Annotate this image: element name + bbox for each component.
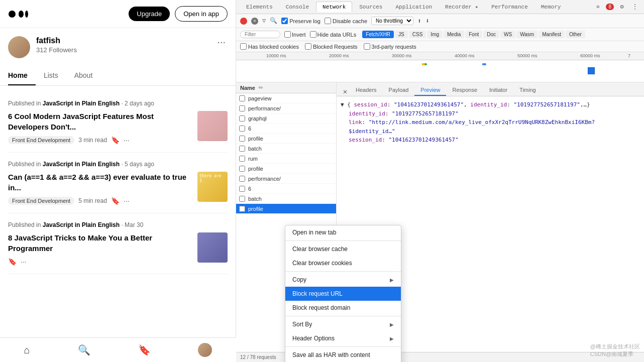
network-row-profile2[interactable]: profile bbox=[236, 164, 336, 174]
disable-cache-label[interactable]: Disable cache bbox=[325, 18, 367, 24]
bookmark-icon[interactable]: 🔖 bbox=[8, 258, 17, 266]
tab-about[interactable]: About bbox=[74, 66, 101, 85]
tab-elements[interactable]: Elements bbox=[240, 2, 279, 12]
open-app-button[interactable]: Open in app bbox=[175, 6, 228, 22]
bottom-nav-bookmark[interactable]: 🔖 bbox=[138, 344, 151, 356]
filter-fetch-xhr[interactable]: Fetch/XHR bbox=[362, 31, 394, 38]
tab-sources[interactable]: Sources bbox=[353, 2, 388, 12]
row-checkbox[interactable] bbox=[239, 166, 245, 172]
panel-close-button[interactable]: ✕ bbox=[341, 87, 350, 96]
panel-tab-payload[interactable]: Payload bbox=[383, 85, 415, 96]
article-publication[interactable]: JavaScript in Plain English bbox=[43, 100, 120, 107]
context-sort-by[interactable]: Sort By ▶ bbox=[285, 317, 401, 331]
row-checkbox[interactable] bbox=[239, 126, 245, 132]
filter-other[interactable]: Other bbox=[566, 31, 585, 38]
more-tabs-button[interactable]: » bbox=[593, 2, 603, 12]
row-checkbox[interactable] bbox=[239, 115, 245, 122]
filter-js[interactable]: JS bbox=[395, 31, 408, 38]
row-checkbox[interactable] bbox=[239, 156, 245, 162]
filter-css[interactable]: CSS bbox=[409, 31, 426, 38]
network-row-rum[interactable]: rum bbox=[236, 154, 336, 164]
network-row-pageview[interactable]: pageview bbox=[236, 93, 336, 103]
disable-cache-checkbox[interactable] bbox=[325, 18, 331, 24]
filter-media[interactable]: Media bbox=[444, 31, 464, 38]
panel-tab-initiator[interactable]: Initiator bbox=[483, 85, 513, 96]
row-checkbox[interactable] bbox=[239, 176, 245, 182]
hide-data-urls-check[interactable]: Hide data URLs bbox=[310, 31, 357, 38]
context-clear-cache[interactable]: Clear browser cache bbox=[285, 242, 401, 256]
tab-network[interactable]: Network bbox=[316, 2, 352, 12]
tab-lists[interactable]: Lists bbox=[44, 66, 66, 85]
network-row-performance[interactable]: performance/ bbox=[236, 103, 336, 113]
filter-img[interactable]: Img bbox=[427, 31, 443, 38]
bottom-nav-home[interactable]: ⌂ bbox=[24, 344, 30, 356]
row-checkbox[interactable] bbox=[239, 95, 245, 101]
filter-font[interactable]: Font bbox=[465, 31, 482, 38]
network-row-profile1[interactable]: profile bbox=[236, 134, 336, 144]
upgrade-button[interactable]: Upgrade bbox=[129, 7, 170, 21]
context-clear-cookies[interactable]: Clear browser cookies bbox=[285, 256, 401, 270]
row-checkbox[interactable] bbox=[239, 146, 245, 152]
more-icon[interactable]: ··· bbox=[124, 136, 130, 144]
row-checkbox[interactable] bbox=[239, 136, 245, 142]
stop-button[interactable]: ⊘ bbox=[251, 18, 258, 25]
network-row-6[interactable]: 6 bbox=[236, 124, 336, 134]
context-copy[interactable]: Copy ▶ bbox=[285, 273, 401, 287]
preserve-log-label[interactable]: Preserve log bbox=[281, 18, 320, 24]
upload-icon[interactable]: ⬆ bbox=[417, 17, 421, 25]
bookmark-icon[interactable]: 🔖 bbox=[111, 136, 120, 144]
row-checkbox[interactable] bbox=[239, 206, 245, 212]
row-checkbox[interactable] bbox=[239, 186, 245, 192]
tab-performance[interactable]: Performance bbox=[485, 2, 534, 12]
filter-manifest[interactable]: Manifest bbox=[539, 31, 565, 38]
blocked-requests-check[interactable]: Blocked Requests bbox=[305, 43, 358, 50]
preserve-log-checkbox[interactable] bbox=[281, 18, 288, 24]
row-checkbox[interactable] bbox=[239, 196, 245, 202]
tab-home[interactable]: Home bbox=[8, 66, 36, 85]
download-icon[interactable]: ⬇ bbox=[425, 17, 430, 25]
panel-tab-headers[interactable]: Headers bbox=[350, 85, 383, 96]
article-publication[interactable]: JavaScript in Plain English bbox=[43, 161, 120, 168]
filter-input[interactable] bbox=[240, 31, 280, 38]
network-row-batch2[interactable]: batch bbox=[236, 194, 336, 204]
search-icon[interactable]: 🔍 bbox=[270, 17, 277, 25]
network-row-profile-selected[interactable]: profile bbox=[236, 204, 336, 214]
profile-more-button[interactable]: ··· bbox=[215, 36, 228, 48]
more-icon[interactable]: ··· bbox=[21, 258, 27, 266]
network-row-graphql[interactable]: graphql bbox=[236, 113, 336, 124]
more-options-icon[interactable]: ⋮ bbox=[630, 2, 640, 12]
filter-wasm[interactable]: Wasm bbox=[516, 31, 538, 38]
filter-ws[interactable]: WS bbox=[500, 31, 515, 38]
svg-point-0 bbox=[9, 11, 16, 18]
bottom-nav-search[interactable]: 🔍 bbox=[78, 344, 90, 356]
network-row-batch1[interactable]: batch bbox=[236, 144, 336, 154]
panel-tab-timing[interactable]: Timing bbox=[513, 85, 542, 96]
context-header-options[interactable]: Header Options ▶ bbox=[285, 331, 401, 345]
tab-application[interactable]: Application bbox=[389, 2, 438, 12]
tab-memory[interactable]: Memory bbox=[535, 2, 567, 12]
has-blocked-cookies-check[interactable]: Has blocked cookies bbox=[240, 43, 299, 50]
context-save-har[interactable]: Save all as HAR with content bbox=[285, 348, 401, 362]
panel-tab-preview[interactable]: Preview bbox=[414, 85, 446, 96]
col-resize-handle[interactable]: ⇔ bbox=[258, 84, 263, 91]
network-row-performance2[interactable]: performance/ bbox=[236, 174, 336, 184]
bottom-nav-avatar[interactable] bbox=[198, 343, 212, 357]
tab-recorder[interactable]: Recorder ✦ bbox=[439, 2, 484, 12]
network-row-6b[interactable]: 6 bbox=[236, 184, 336, 194]
tab-console[interactable]: Console bbox=[280, 2, 315, 12]
context-block-url[interactable]: Block request URL bbox=[285, 287, 401, 301]
third-party-check[interactable]: 3rd-party requests bbox=[364, 43, 416, 50]
context-block-domain[interactable]: Block request domain bbox=[285, 301, 401, 315]
record-button[interactable] bbox=[240, 18, 247, 25]
settings-icon[interactable]: ⚙ bbox=[617, 2, 627, 12]
filter-icon[interactable]: ▽ bbox=[262, 17, 266, 25]
panel-tab-response[interactable]: Response bbox=[446, 85, 483, 96]
throttle-select[interactable]: No throttling bbox=[371, 17, 413, 25]
invert-check[interactable]: Invert bbox=[284, 31, 306, 38]
context-open-new-tab[interactable]: Open in new tab bbox=[285, 225, 401, 239]
more-icon[interactable]: ··· bbox=[124, 197, 130, 205]
bookmark-icon[interactable]: 🔖 bbox=[111, 197, 120, 205]
article-publication[interactable]: JavaScript in Plain English bbox=[43, 221, 120, 228]
row-checkbox[interactable] bbox=[239, 105, 245, 111]
filter-doc[interactable]: Doc bbox=[483, 31, 499, 38]
